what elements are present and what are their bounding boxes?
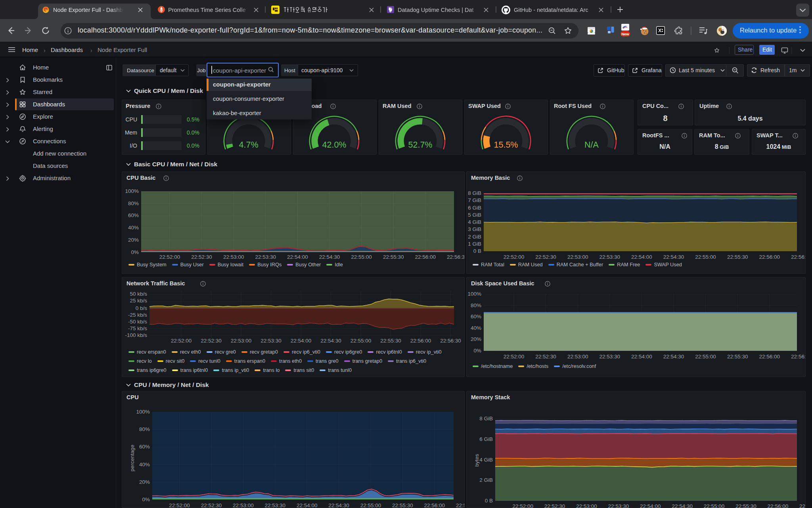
svg-text:New: New <box>621 32 629 36</box>
